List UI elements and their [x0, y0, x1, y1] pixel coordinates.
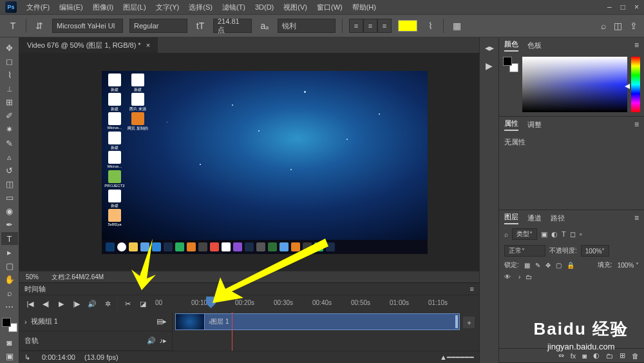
mute-icon[interactable]: 🔊 [86, 298, 98, 309]
eraser-tool-icon[interactable]: ◫ [1, 177, 18, 190]
zoom-tool-icon[interactable]: ⌕ [1, 287, 18, 300]
align-left-icon[interactable]: ≡ [349, 19, 363, 33]
eyedropper-tool-icon[interactable]: ✐ [1, 110, 18, 123]
zoom-level[interactable]: 50% [26, 273, 39, 280]
menu-item[interactable]: 窗口(W) [313, 1, 346, 14]
stamp-tool-icon[interactable]: ▵ [1, 150, 18, 163]
menu-item[interactable]: 滤镜(T) [218, 1, 249, 14]
filter-image-icon[interactable]: ▣ [541, 230, 547, 239]
prev-frame-icon[interactable]: ◀| [40, 298, 52, 309]
type-tool-icon[interactable]: T [6, 19, 19, 32]
playhead[interactable] [206, 297, 216, 308]
panel-menu-icon[interactable]: ≡ [634, 41, 639, 50]
render-icon[interactable]: ↳ [24, 353, 30, 362]
menu-item[interactable]: 选择(S) [185, 1, 216, 14]
frame-tool-icon[interactable]: ⊞ [1, 96, 18, 109]
edit-toolbar-icon[interactable]: ⋯ [1, 300, 18, 313]
filter-smart-icon[interactable]: ▫ [580, 230, 582, 238]
tab-layers[interactable]: 图层 [504, 212, 518, 224]
screenmode-icon[interactable]: ▣ [1, 350, 18, 363]
font-size-input[interactable]: 214.81 点 [213, 19, 252, 33]
shape-tool-icon[interactable]: ▢ [1, 259, 18, 272]
filter-adjust-icon[interactable]: ◐ [551, 230, 558, 239]
text-color-swatch[interactable] [398, 20, 417, 32]
group-icon[interactable]: 🗀 [606, 352, 613, 360]
path-select-icon[interactable]: ▸ [1, 246, 18, 259]
search-icon[interactable]: ⌕ [504, 231, 508, 238]
close-icon[interactable]: × [634, 3, 639, 12]
menu-item[interactable]: 帮助(H) [348, 1, 380, 14]
warp-text-icon[interactable]: ⌇ [424, 19, 437, 32]
menu-item[interactable]: 编辑(E) [55, 1, 87, 14]
new-layer-icon[interactable]: ⊞ [620, 351, 625, 360]
filter-shape-icon[interactable]: ◻ [570, 230, 576, 239]
tab-properties[interactable]: 属性 [504, 119, 518, 131]
play-icon[interactable]: ▶ [55, 298, 67, 309]
split-icon[interactable]: ✂ [122, 298, 133, 309]
lasso-tool-icon[interactable]: ⌇ [1, 68, 18, 81]
tab-swatches[interactable]: 色板 [527, 41, 542, 50]
collapse-icon[interactable]: ◂▸ [485, 43, 494, 53]
transition-icon[interactable]: ◪ [137, 298, 149, 309]
tab-adjustments[interactable]: 调整 [527, 120, 542, 130]
music-icon[interactable]: ♪▸ [160, 337, 167, 345]
lock-position-icon[interactable]: ✥ [545, 262, 551, 269]
opacity-input[interactable]: 100% ˅ [581, 245, 610, 257]
quickmask-icon[interactable]: ◙ [1, 337, 18, 349]
antialias-select[interactable]: 锐利 [278, 19, 336, 33]
lock-pixel-icon[interactable]: ▦ [524, 262, 530, 269]
move-tool-icon[interactable]: ✥ [1, 41, 18, 54]
font-style-select[interactable]: Regular [129, 19, 187, 33]
font-family-select[interactable]: Microsoft YaHei UI [52, 19, 123, 33]
minimize-icon[interactable]: – [607, 3, 612, 12]
blur-tool-icon[interactable]: ◉ [1, 205, 18, 218]
align-center-icon[interactable]: ≡ [363, 19, 377, 33]
tab-paths[interactable]: 路径 [551, 213, 565, 223]
menu-item[interactable]: 文字(Y) [152, 1, 184, 14]
delete-icon[interactable]: 🗑 [632, 352, 639, 360]
color-picker[interactable] [522, 57, 627, 112]
blend-mode-select[interactable]: 正常 ˅ [504, 245, 545, 257]
time-ruler[interactable]: 00 00:10s 00:20s 00:30s 00:40s 00:50s 01… [153, 295, 474, 312]
video-group-row[interactable]: ›视频组 1 ▤▸ [19, 312, 172, 331]
tab-channels[interactable]: 通道 [527, 213, 542, 223]
visibility-icon[interactable]: 👁 [504, 273, 511, 280]
fill-input[interactable]: 100% ˅ [618, 262, 639, 269]
canvas-area[interactable]: 新建 新建 Micros... 新建 Micros... PROJECT2 新建… [19, 53, 479, 271]
crop-tool-icon[interactable]: ⟂ [1, 82, 18, 95]
fx-icon[interactable]: fx [571, 352, 576, 360]
share-icon[interactable]: ⇪ [630, 21, 638, 31]
link-icon[interactable]: ⇔ [558, 351, 564, 360]
type-tool-icon[interactable]: T [1, 232, 18, 245]
tab-color[interactable]: 颜色 [504, 39, 518, 52]
text-orientation-icon[interactable]: ⇵ [33, 19, 46, 32]
hue-slider[interactable] [631, 57, 640, 112]
character-panel-icon[interactable]: ▦ [450, 19, 463, 32]
brush-tool-icon[interactable]: ✎ [1, 137, 18, 150]
video-clip[interactable]: › 图层 1 ＋ [175, 313, 460, 330]
menu-item[interactable]: 文件(F) [23, 1, 53, 14]
menu-item[interactable]: 图层(L) [119, 1, 149, 14]
healing-tool-icon[interactable]: ✷ [1, 123, 18, 136]
panel-menu-icon[interactable]: ≡ [470, 285, 474, 293]
filter-type-icon[interactable]: T [562, 230, 566, 238]
goto-start-icon[interactable]: |◀ [24, 298, 36, 309]
settings-icon[interactable]: ✲ [102, 298, 113, 309]
search-icon[interactable]: ⌕ [601, 21, 606, 31]
play-panel-icon[interactable]: ▶ [486, 61, 493, 71]
tab-close-icon[interactable]: × [146, 41, 150, 49]
adjustment-icon[interactable]: ◐ [593, 351, 600, 360]
menu-item[interactable]: 3D(D) [251, 2, 278, 12]
document-tab[interactable]: Video 676 @ 50% (图层 1, RGB/8) * × [19, 37, 158, 53]
filmstrip-icon[interactable]: ▤▸ [156, 317, 167, 326]
gradient-tool-icon[interactable]: ▭ [1, 191, 18, 204]
maximize-icon[interactable]: □ [621, 3, 625, 12]
lock-artboard-icon[interactable]: ▢ [556, 262, 562, 269]
audio-icon[interactable]: 🔊 [147, 337, 156, 345]
menu-item[interactable]: 图像(I) [89, 1, 117, 14]
layer-kind-select[interactable]: 类型 ˅ [512, 228, 537, 240]
menu-item[interactable]: 视图(V) [279, 1, 311, 14]
add-media-icon[interactable]: ＋ [463, 317, 475, 328]
panel-menu-icon[interactable]: ≡ [634, 213, 639, 222]
next-frame-icon[interactable]: |▶ [71, 298, 82, 309]
